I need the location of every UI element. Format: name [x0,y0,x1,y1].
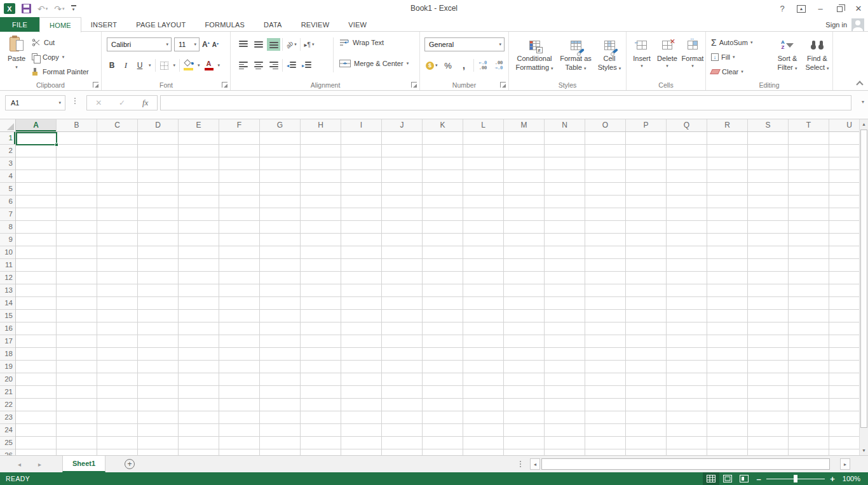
column-header-m[interactable]: M [504,119,545,131]
decrease-decimal-button[interactable]: .00→.0 [492,59,506,72]
row-header-24[interactable]: 24 [0,424,15,437]
page-layout-view-button[interactable] [719,472,736,485]
column-header-o[interactable]: O [585,119,626,131]
row-header-9[interactable]: 9 [0,234,15,246]
column-header-u[interactable]: U [829,119,859,131]
column-header-n[interactable]: N [545,119,585,131]
new-sheet-icon[interactable]: + [125,459,135,469]
row-header-14[interactable]: 14 [0,297,15,310]
sign-in-label[interactable]: Sign in [825,21,847,29]
borders-caret-icon[interactable]: ▾ [173,63,176,68]
zoom-level[interactable]: 100% [839,475,868,482]
row-header-17[interactable]: 17 [0,335,15,348]
column-header-k[interactable]: K [423,119,463,131]
increase-decimal-button[interactable]: ←.0.00 [477,59,490,72]
cells-area[interactable] [16,132,859,455]
row-header-12[interactable]: 12 [0,272,15,284]
column-header-g[interactable]: G [260,119,301,131]
text-direction-button[interactable]: ▸¶▾ [302,38,316,51]
font-color-caret-icon[interactable]: ▾ [218,63,220,68]
cut-button[interactable]: Cut [32,35,89,50]
copy-button[interactable]: Copy▾ [32,50,89,64]
scroll-down-icon[interactable]: ▾ [860,446,868,455]
row-header-23[interactable]: 23 [0,411,15,424]
row-header-26[interactable]: 26 [0,449,15,455]
avatar-icon[interactable] [851,18,864,31]
column-header-f[interactable]: F [219,119,260,131]
column-header-p[interactable]: P [626,119,667,131]
format-as-table-button[interactable]: Format as Table ▾ [557,32,594,72]
borders-button[interactable] [159,59,170,72]
bold-button[interactable]: B [107,59,117,72]
number-format-combo[interactable]: General▾ [424,37,505,51]
row-header-19[interactable]: 19 [0,361,15,373]
increase-indent-button[interactable]: ▸ [300,59,313,72]
center-button[interactable] [252,59,265,72]
row-header-2[interactable]: 2 [0,145,15,157]
tab-home[interactable]: HOME [39,17,81,32]
scroll-up-icon[interactable]: ▴ [860,119,868,129]
fill-handle[interactable] [55,143,58,147]
align-right-button[interactable] [267,59,280,72]
row-header-6[interactable]: 6 [0,196,15,208]
enter-icon[interactable]: ✓ [111,98,134,107]
tab-insert[interactable]: INSERT [81,17,126,32]
top-align-button[interactable] [236,38,250,51]
fill-button[interactable]: ↓Fill▾ [711,50,752,64]
help-icon[interactable]: ? [773,0,792,17]
vertical-scrollbar-thumb[interactable] [860,130,867,428]
comma-style-button[interactable]: , [458,59,471,72]
formula-bar-expand-icon[interactable]: ▾ [862,99,864,105]
ribbon-display-options-button[interactable]: ▴ [792,0,811,17]
format-painter-button[interactable]: Format Painter [32,64,89,79]
font-size-combo[interactable]: 11▾ [174,37,200,51]
row-header-13[interactable]: 13 [0,284,15,297]
conditional-formatting-button[interactable]: ≠ Conditional Formatting ▾ [512,32,557,72]
row-header-16[interactable]: 16 [0,322,15,335]
format-cells-button[interactable]: ↔ Format ▾ [680,32,705,69]
row-header-5[interactable]: 5 [0,183,15,196]
find-select-button[interactable]: Find & Select ▾ [803,32,832,72]
page-break-preview-button[interactable] [736,472,752,485]
row-header-25[interactable]: 25 [0,437,15,449]
normal-view-button[interactable] [703,472,719,485]
increase-font-size-button[interactable]: A▴ [202,40,210,49]
active-cell-a1[interactable] [16,132,57,145]
name-box[interactable]: A1▾ [5,95,65,110]
scroll-right-icon[interactable]: ▸ [840,458,850,470]
column-header-q[interactable]: Q [667,119,707,131]
underline-button[interactable]: U [135,59,145,72]
italic-button[interactable]: I [121,59,131,72]
zoom-slider[interactable] [766,472,825,485]
clear-button[interactable]: Clear▾ [711,64,752,79]
bottom-align-button[interactable] [267,38,280,51]
column-header-s[interactable]: S [748,119,789,131]
clipboard-dialog-launcher-icon[interactable] [93,82,98,88]
select-all-button[interactable] [0,119,16,132]
underline-caret-icon[interactable]: ▾ [149,63,151,68]
scroll-left-icon[interactable]: ◂ [530,458,540,470]
row-header-18[interactable]: 18 [0,348,15,361]
column-header-e[interactable]: E [179,119,219,131]
column-header-b[interactable]: B [57,119,97,131]
zoom-slider-thumb[interactable] [794,475,797,482]
decrease-font-size-button[interactable]: A▾ [212,41,219,48]
tab-review[interactable]: REVIEW [292,17,339,32]
middle-align-button[interactable] [252,38,265,51]
tab-formulas[interactable]: FORMULAS [195,17,254,32]
restore-button[interactable] [830,0,849,17]
column-header-j[interactable]: J [382,119,423,131]
tab-data[interactable]: DATA [254,17,292,32]
insert-function-icon[interactable]: fx [133,98,157,108]
cancel-icon[interactable]: ✕ [87,98,111,107]
column-header-h[interactable]: H [301,119,341,131]
wrap-text-button[interactable]: Wrap Text [339,39,384,46]
tab-page-layout[interactable]: PAGE LAYOUT [126,17,195,32]
formula-bar-drag-handle[interactable] [74,98,76,104]
font-dialog-launcher-icon[interactable] [222,82,227,88]
next-sheet-icon[interactable]: ▸ [38,456,41,472]
fill-color-caret-icon[interactable]: ▾ [198,63,200,68]
decrease-indent-button[interactable]: ◂ [285,59,298,72]
column-header-d[interactable]: D [138,119,179,131]
tab-file[interactable]: FILE [0,17,39,32]
